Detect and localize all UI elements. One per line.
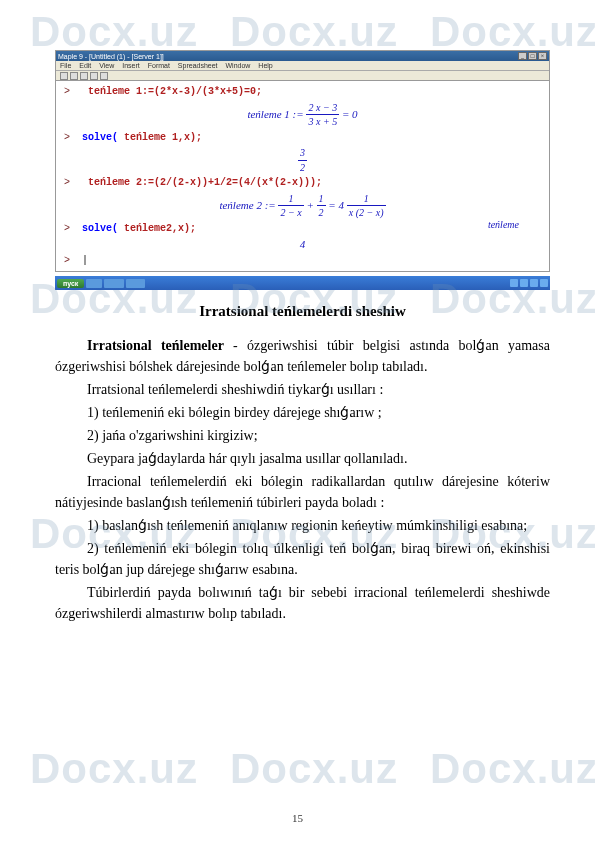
taskbar-item[interactable]: [86, 279, 102, 288]
menu-spreadsheet[interactable]: Spreadsheet: [178, 62, 218, 69]
code-line: > teńleme 2:=(2/(2-x))+1/2=(4/(x*(2-x)))…: [64, 176, 541, 190]
menu-edit[interactable]: Edit: [79, 62, 91, 69]
list-item: 1) baslanǵısh teńlemeniń anıqlanıw regio…: [55, 515, 550, 536]
window-title: Maple 9 - [Untitled (1) - [Server 1]]: [58, 53, 164, 60]
paragraph: Geypara jaǵdaylarda hár qıylı jasalma us…: [55, 448, 550, 469]
maple-window: Maple 9 - [Untitled (1) - [Server 1]] _ …: [55, 50, 550, 272]
start-button[interactable]: пуск: [57, 279, 84, 288]
side-label: teńleme: [488, 218, 519, 232]
menu-file[interactable]: File: [60, 62, 71, 69]
math-output: 4: [64, 237, 541, 252]
toolbar-icon[interactable]: [100, 72, 108, 80]
paragraph: Túbirlerdiń payda bolıwınıń taǵı bir seb…: [55, 582, 550, 624]
toolbar: [56, 71, 549, 81]
section-title: Irratsional teńlemelerdi sheshiw: [55, 300, 550, 323]
math-output: teńleme 2 := 12 − x + 12 = 4 1x (2 − x): [64, 192, 541, 220]
menu-format[interactable]: Format: [148, 62, 170, 69]
watermark: Docx.uz: [430, 745, 595, 793]
watermark: Docx.uz: [230, 745, 398, 793]
toolbar-icon[interactable]: [70, 72, 78, 80]
code-input-cursor[interactable]: >: [64, 254, 541, 268]
list-item: 1) teńlemeniń eki bólegin birdey dárejeg…: [55, 402, 550, 423]
window-title-bar: Maple 9 - [Untitled (1) - [Server 1]] _ …: [56, 51, 549, 61]
maximize-button[interactable]: □: [528, 52, 537, 60]
code-line: > teńleme 1:=(2*x-3)/(3*x+5)=0;: [64, 85, 541, 99]
tray-icon[interactable]: [530, 279, 538, 287]
menu-insert[interactable]: Insert: [122, 62, 140, 69]
code-line: > solve( teńleme 1,x);: [64, 131, 541, 145]
paragraph: Irratsional teńlemelerdi sheshiwdiń tiyk…: [55, 379, 550, 400]
math-output: 32: [64, 146, 541, 174]
window-controls: _ □ ×: [518, 52, 547, 60]
taskbar-item[interactable]: [104, 279, 124, 288]
paragraph: Irracional teńlemelerdiń eki bólegin rad…: [55, 471, 550, 513]
list-item: 2) teńlemeniń eki bólegin tolıq úlkenlig…: [55, 538, 550, 580]
system-tray: [510, 279, 548, 287]
menu-window[interactable]: Window: [226, 62, 251, 69]
toolbar-icon[interactable]: [60, 72, 68, 80]
code-area[interactable]: > teńleme 1:=(2*x-3)/(3*x+5)=0; teńleme …: [56, 81, 549, 271]
menu-view[interactable]: View: [99, 62, 114, 69]
code-line: > solve( teńleme2,x);: [64, 222, 541, 236]
taskbar: пуск: [55, 276, 550, 290]
tray-icon[interactable]: [540, 279, 548, 287]
menu-bar: File Edit View Insert Format Spreadsheet…: [56, 61, 549, 71]
page-number: 15: [292, 812, 303, 824]
menu-help[interactable]: Help: [258, 62, 272, 69]
math-output: teńleme 1 := 2 x − 33 x + 5 = 0: [64, 101, 541, 129]
minimize-button[interactable]: _: [518, 52, 527, 60]
list-item: 2) jańa o'zgariwshini kirgiziw;: [55, 425, 550, 446]
close-button[interactable]: ×: [538, 52, 547, 60]
taskbar-item[interactable]: [126, 279, 146, 288]
tray-icon[interactable]: [510, 279, 518, 287]
toolbar-icon[interactable]: [80, 72, 88, 80]
paragraph: Irratsional teńlemeler - ózgeriwshisi tú…: [55, 335, 550, 377]
watermark: Docx.uz: [30, 745, 198, 793]
toolbar-icon[interactable]: [90, 72, 98, 80]
tray-icon[interactable]: [520, 279, 528, 287]
document-body: Irratsional teńlemelerdi sheshiw Irratsi…: [55, 300, 550, 624]
